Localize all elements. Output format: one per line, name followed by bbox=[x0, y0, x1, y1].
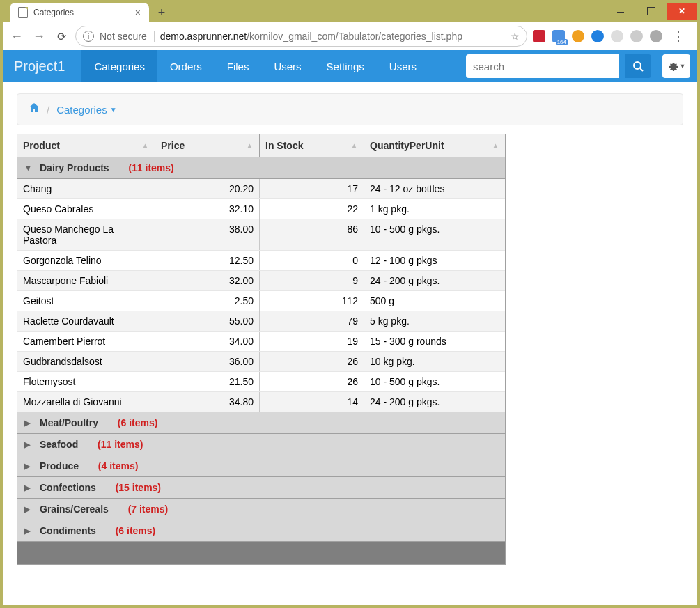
gear-icon bbox=[667, 61, 678, 72]
cell-qpu: 1 kg pkg. bbox=[364, 199, 505, 219]
cell-price: 32.10 bbox=[155, 199, 260, 219]
sort-icon: ▲ bbox=[492, 141, 499, 150]
group-count: (11 items) bbox=[98, 439, 143, 450]
nav-item-users[interactable]: Users bbox=[261, 50, 313, 82]
cell-qpu: 24 - 12 oz bottles bbox=[364, 179, 505, 198]
triangle-right-icon: ▶ bbox=[24, 483, 33, 492]
table-row[interactable]: Mascarpone Fabioli32.00924 - 200 g pkgs. bbox=[17, 271, 505, 291]
grid-header-row: Product▲ Price▲ In Stock▲ QuantityPerUni… bbox=[17, 134, 505, 157]
brand-label[interactable]: Project1 bbox=[14, 50, 81, 82]
bookmark-icon[interactable]: ☆ bbox=[511, 31, 520, 42]
extension-icon[interactable] bbox=[591, 30, 604, 42]
nav-item-users[interactable]: Users bbox=[377, 50, 429, 82]
group-row[interactable]: ▶ Produce (4 items) bbox=[17, 455, 505, 477]
window-maximize-button[interactable] bbox=[636, 3, 667, 20]
cell-stock: 79 bbox=[260, 311, 364, 331]
group-row[interactable]: ▶ Grains/Cereals (7 items) bbox=[17, 499, 505, 520]
sort-icon: ▲ bbox=[350, 141, 358, 150]
caret-down-icon: ▼ bbox=[680, 63, 686, 70]
sort-icon: ▲ bbox=[141, 141, 149, 150]
cell-product: Queso Manchego La Pastora bbox=[17, 219, 155, 250]
close-tab-icon[interactable]: × bbox=[135, 7, 141, 18]
back-button[interactable]: ← bbox=[8, 29, 25, 44]
group-count: (4 items) bbox=[98, 460, 139, 471]
home-icon[interactable] bbox=[29, 102, 40, 116]
group-name: Condiments bbox=[40, 525, 96, 536]
data-grid: Product▲ Price▲ In Stock▲ QuantityPerUni… bbox=[17, 134, 506, 565]
cell-qpu: 10 kg pkg. bbox=[364, 352, 505, 371]
window-titlebar: Categories × + bbox=[3, 3, 697, 22]
cell-qpu: 15 - 300 g rounds bbox=[364, 332, 505, 351]
triangle-right-icon: ▶ bbox=[24, 505, 33, 514]
column-header-qpu[interactable]: QuantityPerUnit▲ bbox=[364, 134, 505, 157]
profile-avatar[interactable] bbox=[650, 30, 662, 42]
group-row[interactable]: ▼ Dairy Products (11 items) bbox=[17, 157, 505, 179]
cell-qpu: 500 g bbox=[364, 291, 505, 311]
cell-price: 38.00 bbox=[155, 219, 260, 250]
cell-stock: 14 bbox=[260, 392, 364, 412]
table-row[interactable]: Queso Manchego La Pastora38.008610 - 500… bbox=[17, 219, 505, 251]
tab-title: Categories bbox=[33, 8, 74, 17]
cell-product: Mascarpone Fabioli bbox=[17, 271, 155, 290]
breadcrumb-separator: / bbox=[47, 104, 49, 116]
site-info-icon[interactable]: i bbox=[83, 31, 94, 42]
search-input[interactable] bbox=[466, 54, 619, 78]
nav-item-files[interactable]: Files bbox=[215, 50, 262, 82]
cell-product: Mozzarella di Giovanni bbox=[17, 392, 155, 412]
reload-button[interactable]: ⟳ bbox=[53, 30, 70, 43]
window-minimize-button[interactable] bbox=[605, 3, 636, 20]
group-count: (6 items) bbox=[118, 417, 158, 428]
extension-icon[interactable] bbox=[611, 30, 623, 42]
extension-icon[interactable] bbox=[572, 30, 584, 42]
nav-item-categories[interactable]: Categories bbox=[81, 50, 157, 82]
cell-stock: 26 bbox=[260, 372, 364, 391]
column-header-product[interactable]: Product▲ bbox=[17, 134, 155, 157]
group-row[interactable]: ▶ Meat/Poultry (6 items) bbox=[17, 412, 505, 434]
caret-down-icon: ▼ bbox=[110, 106, 117, 114]
table-row[interactable]: Camembert Pierrot34.001915 - 300 g round… bbox=[17, 332, 505, 352]
table-row[interactable]: Chang20.201724 - 12 oz bottles bbox=[17, 179, 505, 199]
new-tab-button[interactable]: + bbox=[153, 4, 170, 21]
nav-item-settings[interactable]: Settings bbox=[314, 50, 377, 82]
settings-dropdown-button[interactable]: ▼ bbox=[662, 54, 690, 78]
column-header-price[interactable]: Price▲ bbox=[155, 134, 260, 157]
table-row[interactable]: Gorgonzola Telino12.50012 - 100 g pkgs bbox=[17, 251, 505, 271]
nav-item-orders[interactable]: Orders bbox=[157, 50, 215, 82]
browser-menu-button[interactable]: ⋮ bbox=[669, 29, 687, 44]
triangle-right-icon: ▶ bbox=[24, 462, 33, 471]
cell-qpu: 5 kg pkg. bbox=[364, 311, 505, 331]
search-button[interactable] bbox=[625, 54, 651, 78]
table-row[interactable]: Geitost2.50112500 g bbox=[17, 291, 505, 311]
extension-icon[interactable] bbox=[533, 30, 545, 42]
address-bar[interactable]: i Not secure demo.asprunner.net/kornilov… bbox=[75, 26, 527, 47]
forward-button[interactable]: → bbox=[31, 29, 47, 44]
cell-price: 21.50 bbox=[155, 372, 260, 391]
cell-product: Queso Cabrales bbox=[17, 199, 155, 219]
cell-stock: 26 bbox=[260, 352, 364, 371]
table-row[interactable]: Gudbrandsdalsost36.002610 kg pkg. bbox=[17, 352, 505, 372]
cell-qpu: 10 - 500 g pkgs. bbox=[364, 219, 505, 250]
extension-icon[interactable] bbox=[630, 30, 643, 42]
group-name: Grains/Cereals bbox=[40, 504, 109, 515]
table-row[interactable]: Mozzarella di Giovanni34.801424 - 200 g … bbox=[17, 392, 505, 412]
table-row[interactable]: Queso Cabrales32.10221 kg pkg. bbox=[17, 199, 505, 219]
cell-stock: 19 bbox=[260, 332, 364, 351]
cell-product: Camembert Pierrot bbox=[17, 332, 155, 351]
table-row[interactable]: Flotemysost21.502610 - 500 g pkgs. bbox=[17, 372, 505, 392]
search-icon bbox=[632, 61, 644, 72]
browser-toolbar: ← → ⟳ i Not secure demo.asprunner.net/ko… bbox=[3, 22, 697, 50]
browser-tab[interactable]: Categories × bbox=[10, 3, 149, 22]
column-header-stock[interactable]: In Stock▲ bbox=[260, 134, 364, 157]
group-row[interactable]: ▶ Confections (15 items) bbox=[17, 477, 505, 499]
group-row[interactable]: ▶ Seafood (11 items) bbox=[17, 434, 505, 455]
cell-price: 34.00 bbox=[155, 332, 260, 351]
extension-icon[interactable]: 164 bbox=[552, 30, 565, 42]
cell-product: Flotemysost bbox=[17, 372, 155, 391]
url-domain: demo.asprunner.net bbox=[160, 31, 247, 42]
group-row[interactable]: ▶ Condiments (6 items) bbox=[17, 520, 505, 542]
svg-point-0 bbox=[634, 62, 641, 69]
breadcrumb-current[interactable]: Categories ▼ bbox=[56, 104, 116, 116]
window-close-button[interactable] bbox=[667, 3, 697, 20]
table-row[interactable]: Raclette Courdavault55.00795 kg pkg. bbox=[17, 311, 505, 332]
cell-price: 20.20 bbox=[155, 179, 260, 198]
